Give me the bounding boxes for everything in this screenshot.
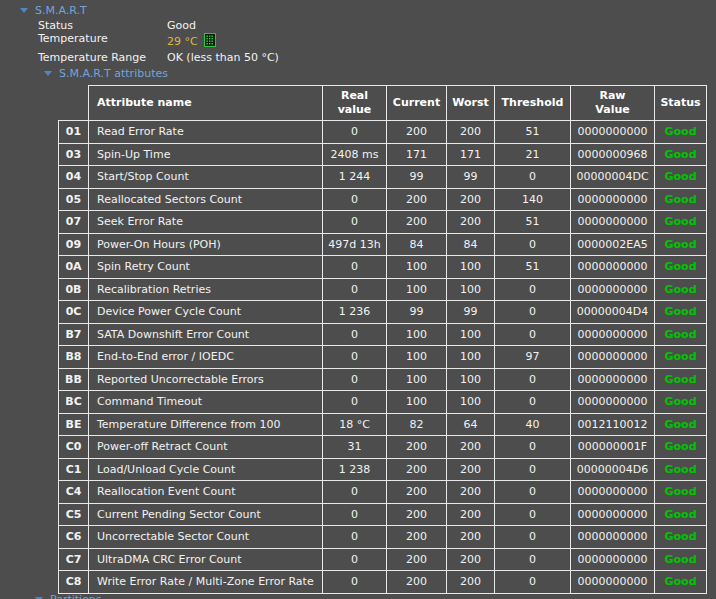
table-row: BETemperature Difference from 10018 °C82… [59, 413, 707, 436]
cell-raw: 0000000000 [571, 188, 655, 211]
cell-real: 0 [323, 503, 387, 526]
table-row: BBReported Uncorrectable Errors010010000… [59, 368, 707, 391]
cell-raw: 0000000000 [571, 256, 655, 279]
cell-status: Good [655, 233, 707, 256]
cell-current: 99 [387, 166, 447, 189]
cell-threshold: 0 [495, 481, 571, 504]
cell-id: BE [59, 413, 89, 436]
cell-worst: 100 [447, 256, 495, 279]
cell-status: Good [655, 526, 707, 549]
cell-id: C0 [59, 436, 89, 459]
cell-current: 100 [387, 346, 447, 369]
cell-raw: 00000004D4 [571, 301, 655, 324]
cell-raw: 0000000000 [571, 548, 655, 571]
cell-threshold: 51 [495, 211, 571, 234]
attributes-table-body: 01Read Error Rate0200200510000000000Good… [59, 121, 707, 594]
cell-status: Good [655, 323, 707, 346]
cell-raw: 0000000000 [571, 503, 655, 526]
cell-id: 03 [59, 143, 89, 166]
table-row: C7UltraDMA CRC Error Count02002000000000… [59, 548, 707, 571]
cell-name: Command Timeout [89, 391, 323, 414]
cell-real: 0 [323, 548, 387, 571]
cell-name: Spin Retry Count [89, 256, 323, 279]
cell-raw: 0000000000 [571, 391, 655, 414]
cell-status: Good [655, 571, 707, 594]
cell-current: 100 [387, 256, 447, 279]
table-row: 03Spin-Up Time2408 ms171171210000000968G… [59, 143, 707, 166]
table-row: 05Reallocated Sectors Count0200200140000… [59, 188, 707, 211]
cell-worst: 200 [447, 436, 495, 459]
cell-worst: 200 [447, 458, 495, 481]
cell-name: Seek Error Rate [89, 211, 323, 234]
cell-name: Power-off Retract Count [89, 436, 323, 459]
cell-name: Recalibration Retries [89, 278, 323, 301]
chevron-down-icon [20, 8, 28, 13]
table-row: C0Power-off Retract Count312002000000000… [59, 436, 707, 459]
table-row: C8Write Error Rate / Multi-Zone Error Ra… [59, 571, 707, 594]
cell-status: Good [655, 481, 707, 504]
table-row: C4Reallocation Event Count02002000000000… [59, 481, 707, 504]
cell-raw: 00000004D6 [571, 458, 655, 481]
table-header-row: Attribute name Real value Current Worst … [59, 86, 707, 121]
cell-name: Temperature Difference from 100 [89, 413, 323, 436]
table-row: C1Load/Unload Cycle Count1 2382002000000… [59, 458, 707, 481]
cell-id: 01 [59, 121, 89, 144]
cell-worst: 200 [447, 211, 495, 234]
cell-real: 0 [323, 526, 387, 549]
cell-status: Good [655, 278, 707, 301]
header-real-value: Real value [323, 86, 387, 121]
cell-current: 82 [387, 413, 447, 436]
cell-name: Reallocated Sectors Count [89, 188, 323, 211]
header-raw-value: Raw Value [571, 86, 655, 121]
table-row: B7SATA Downshift Error Count010010000000… [59, 323, 707, 346]
cell-threshold: 0 [495, 368, 571, 391]
cell-real: 0 [323, 323, 387, 346]
cell-id: 05 [59, 188, 89, 211]
cell-worst: 64 [447, 413, 495, 436]
cell-real: 31 [323, 436, 387, 459]
cell-name: SATA Downshift Error Count [89, 323, 323, 346]
cell-worst: 100 [447, 323, 495, 346]
tree-node-partitions[interactable]: Partitions [35, 593, 102, 599]
cell-current: 200 [387, 571, 447, 594]
cell-threshold: 0 [495, 233, 571, 256]
cell-worst: 171 [447, 143, 495, 166]
header-worst: Worst [447, 86, 495, 121]
cell-status: Good [655, 413, 707, 436]
cell-name: Spin-Up Time [89, 143, 323, 166]
cell-status: Good [655, 143, 707, 166]
cell-threshold: 0 [495, 458, 571, 481]
cell-id: 04 [59, 166, 89, 189]
temperature-row: Temperature 29 °C [0, 32, 716, 50]
cell-real: 0 [323, 571, 387, 594]
cell-threshold: 0 [495, 391, 571, 414]
cell-worst: 200 [447, 481, 495, 504]
tree-node-smart-attributes[interactable]: S.M.A.R.T attributes [0, 64, 716, 82]
table-row: BCCommand Timeout010010000000000000Good [59, 391, 707, 414]
table-row: 04Start/Stop Count1 2449999000000004DCGo… [59, 166, 707, 189]
cell-threshold: 21 [495, 143, 571, 166]
cell-current: 200 [387, 458, 447, 481]
cell-status: Good [655, 188, 707, 211]
cell-status: Good [655, 458, 707, 481]
cell-name: UltraDMA CRC Error Count [89, 548, 323, 571]
cell-status: Good [655, 436, 707, 459]
cell-threshold: 0 [495, 526, 571, 549]
cell-status: Good [655, 548, 707, 571]
cell-threshold: 0 [495, 571, 571, 594]
cell-raw: 0000000000 [571, 368, 655, 391]
tree-node-smart[interactable]: S.M.A.R.T [0, 0, 716, 19]
cell-name: Reallocation Event Count [89, 481, 323, 504]
cell-name: Load/Unload Cycle Count [89, 458, 323, 481]
table-row: 0ASpin Retry Count0100100510000000000Goo… [59, 256, 707, 279]
cell-name: Reported Uncorrectable Errors [89, 368, 323, 391]
cell-raw: 0000000000 [571, 211, 655, 234]
cell-current: 200 [387, 526, 447, 549]
cell-threshold: 0 [495, 436, 571, 459]
temperature-led-icon [204, 33, 216, 50]
cell-real: 1 244 [323, 166, 387, 189]
smart-node-label: S.M.A.R.T [35, 4, 87, 17]
cell-threshold: 0 [495, 301, 571, 324]
smart-attributes-table: Attribute name Real value Current Worst … [58, 85, 707, 594]
table-row: C6Uncorrectable Sector Count020020000000… [59, 526, 707, 549]
